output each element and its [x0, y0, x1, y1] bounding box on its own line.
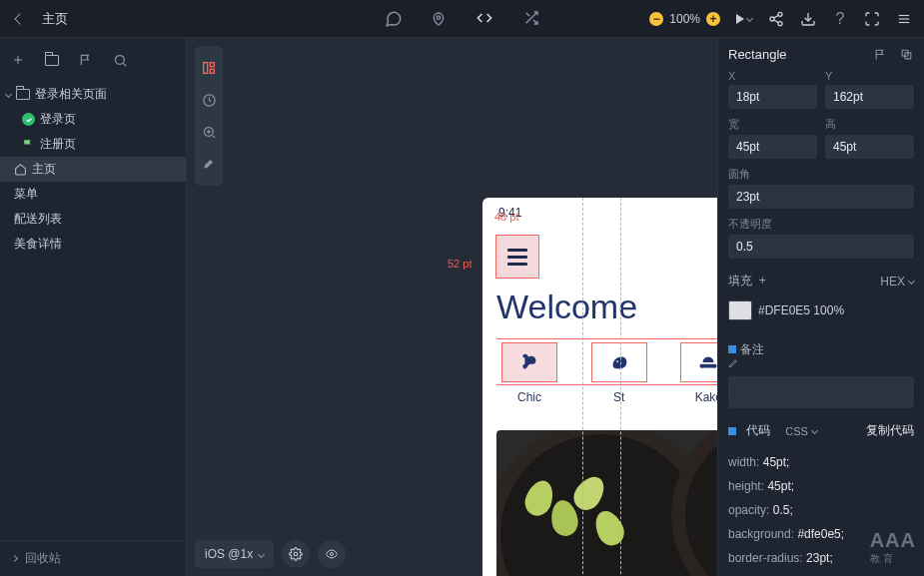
status-ok-icon — [22, 113, 35, 126]
code-icon[interactable] — [474, 10, 494, 28]
label-notes: 备注 — [740, 342, 764, 356]
zoom-in-button[interactable]: + — [706, 12, 720, 26]
svg-line-24 — [212, 135, 215, 138]
tree-folder-login[interactable]: 登录相关页面 — [0, 82, 186, 107]
back-button[interactable] — [12, 11, 28, 27]
help-icon[interactable]: ? — [832, 11, 848, 27]
download-icon[interactable] — [800, 11, 816, 27]
hero-photo — [496, 430, 717, 576]
tree-label: 美食详情 — [14, 236, 62, 253]
svg-point-25 — [616, 360, 618, 362]
code-lang-select[interactable]: CSS — [785, 425, 817, 437]
canvas-stage[interactable]: 48 pt 52 pt 12% 56% 35% 35% 9:41 — [187, 38, 717, 576]
flag-button[interactable] — [78, 52, 94, 68]
tree-page-menu[interactable]: 菜单 — [0, 182, 186, 207]
status-time: 9:41 — [498, 206, 521, 220]
home-icon — [14, 163, 27, 176]
inspector-flag-icon[interactable] — [872, 46, 888, 62]
input-y[interactable]: 162pt — [825, 85, 914, 109]
welcome-heading: Welcome — [482, 278, 717, 342]
zoom-out-button[interactable]: − — [649, 12, 663, 26]
label-fill: 填充 — [728, 274, 752, 288]
hex-dropdown[interactable]: HEX — [880, 275, 914, 288]
tree-label: 注册页 — [40, 136, 76, 153]
svg-point-27 — [294, 552, 298, 556]
tree-page-delivery[interactable]: 配送列表 — [0, 207, 186, 232]
fill-value: #DFE0E5 100% — [758, 303, 844, 317]
edit-notes-button[interactable] — [728, 358, 771, 368]
zoom-value: 100% — [669, 12, 700, 26]
label-y: Y — [825, 70, 914, 82]
menu-button[interactable] — [496, 236, 538, 278]
add-page-button[interactable] — [10, 52, 26, 68]
resolution-select[interactable]: iOS @1x — [195, 540, 274, 568]
category-label: Kake — [675, 390, 717, 404]
play-button[interactable] — [736, 11, 752, 27]
zoom-tool[interactable] — [195, 116, 223, 148]
label-h: 高 — [825, 117, 914, 132]
category-item[interactable]: Kake — [675, 342, 717, 404]
svg-rect-19 — [210, 69, 214, 73]
tree-page-home[interactable]: 主页 — [0, 157, 186, 182]
svg-point-28 — [331, 553, 334, 556]
color-swatch[interactable] — [728, 300, 752, 320]
page-title: 主页 — [42, 10, 68, 28]
fill-value-row[interactable]: #DFE0E5 100% — [728, 297, 914, 323]
svg-rect-17 — [204, 63, 208, 74]
input-x[interactable]: 18pt — [728, 85, 817, 109]
folder-button[interactable] — [44, 52, 60, 68]
svg-rect-18 — [210, 63, 214, 67]
measure-height: 52 pt — [448, 258, 471, 270]
tree-label: 登录页 — [40, 111, 76, 128]
label-opacity: 不透明度 — [728, 217, 914, 232]
watermark: AAA教育 — [870, 529, 916, 566]
input-w[interactable]: 45pt — [728, 135, 817, 159]
input-radius[interactable]: 23pt — [728, 185, 914, 209]
zoom-control[interactable]: − 100% + — [649, 12, 720, 26]
fullscreen-icon[interactable] — [864, 11, 880, 27]
tree-label: 菜单 — [14, 186, 38, 203]
trash-button[interactable]: 回收站 — [0, 540, 186, 576]
svg-line-3 — [525, 12, 528, 15]
input-opacity[interactable]: 0.5 — [728, 235, 914, 259]
svg-point-5 — [770, 17, 774, 21]
layers-tool[interactable] — [195, 52, 223, 84]
label-w: 宽 — [728, 117, 817, 132]
add-fill-button[interactable]: + — [759, 274, 766, 288]
tree-label: 配送列表 — [14, 211, 62, 228]
category-label: St — [586, 390, 652, 404]
shuffle-icon[interactable] — [522, 10, 540, 28]
category-row: Chic St Kake Grilled — [482, 342, 717, 404]
eye-icon — [324, 548, 340, 560]
share-icon[interactable] — [768, 11, 784, 27]
status-bar: 9:41 — [482, 198, 717, 228]
category-item[interactable]: St — [586, 342, 652, 404]
comment-icon[interactable] — [385, 10, 403, 28]
svg-line-8 — [774, 15, 779, 18]
top-bar: 主页 − 100% + ? — [0, 0, 924, 38]
inspector-copy-icon[interactable] — [898, 46, 914, 62]
vertical-toolbar — [195, 46, 223, 186]
tree-page-register[interactable]: 注册页 — [0, 132, 186, 157]
inspector-panel: Rectangle X18pt Y162pt 宽45pt 高45pt 圆角23p… — [717, 38, 924, 576]
notes-input[interactable] — [728, 376, 914, 408]
category-item[interactable]: Chic — [496, 342, 562, 404]
history-tool[interactable] — [195, 84, 223, 116]
copy-code-button[interactable]: 复制代码 — [866, 422, 914, 439]
picker-tool[interactable] — [195, 148, 223, 180]
label-code: 代码 — [746, 422, 770, 439]
menu-icon[interactable] — [896, 11, 912, 27]
tree-page-food[interactable]: 美食详情 — [0, 232, 186, 257]
svg-point-6 — [778, 21, 782, 25]
eye-button[interactable] — [318, 540, 346, 568]
tree-page-login[interactable]: 登录页 — [0, 107, 186, 132]
category-label: Chic — [496, 390, 562, 404]
settings-button[interactable] — [282, 540, 310, 568]
search-button[interactable] — [112, 52, 128, 68]
resolution-value: iOS @1x — [205, 547, 253, 561]
inspector-title: Rectangle — [728, 47, 787, 62]
input-h[interactable]: 45pt — [825, 135, 914, 159]
tree-label: 登录相关页面 — [35, 86, 107, 103]
location-icon[interactable] — [431, 10, 447, 28]
svg-line-16 — [123, 63, 126, 66]
